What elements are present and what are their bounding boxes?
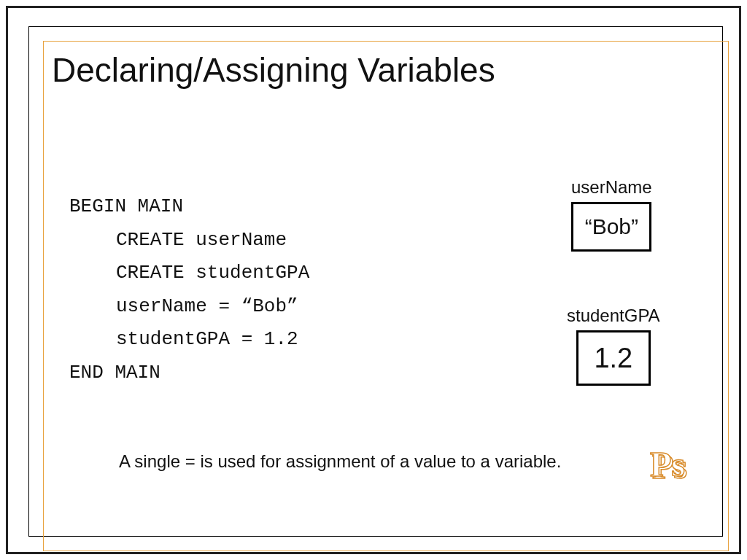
pseudocode-block: BEGIN MAIN CREATE userName CREATE studen… (69, 190, 309, 389)
variable-value-box: “Bob” (571, 202, 651, 252)
variable-value: “Bob” (585, 214, 638, 239)
code-line-1: CREATE userName (69, 224, 309, 257)
outer-frame: Declaring/Assigning Variables BEGIN MAIN… (6, 6, 741, 554)
slide-title: Declaring/Assigning Variables (52, 50, 495, 90)
code-end: END MAIN (69, 357, 309, 390)
code-begin: BEGIN MAIN (69, 190, 309, 224)
footnote-text: A single = is used for assignment of a v… (119, 451, 561, 472)
variable-value: 1.2 (594, 343, 632, 374)
ps-logo: Ps Ps (650, 444, 685, 484)
code-line-2: CREATE studentGPA (69, 257, 309, 290)
code-line-4: studentGPA = 1.2 (69, 323, 309, 357)
code-line-3: userName = “Bob” (69, 290, 309, 324)
variable-box-studentgpa: studentGPA 1.2 (567, 306, 660, 386)
variable-label: studentGPA (567, 306, 660, 326)
ps-logo-front: Ps (650, 445, 685, 483)
variable-value-box: 1.2 (576, 330, 651, 386)
variable-box-username: userName “Bob” (571, 177, 652, 252)
variable-label: userName (571, 177, 652, 198)
